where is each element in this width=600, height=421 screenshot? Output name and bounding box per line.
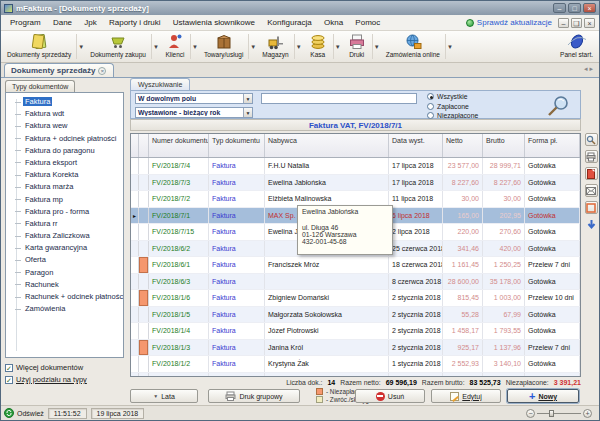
menu-item[interactable]: Dane: [48, 16, 77, 29]
child-restore-button[interactable]: ❏: [571, 18, 582, 28]
tab-close-icon[interactable]: ×: [98, 67, 106, 75]
child-minimize-button[interactable]: –: [558, 18, 569, 28]
tree-item[interactable]: Faktura rr: [23, 219, 60, 228]
toolbar-prints[interactable]: Druki: [343, 31, 371, 62]
col-typ[interactable]: Typ dokumentu: [209, 134, 265, 157]
col-data[interactable]: Data wyst.: [389, 134, 443, 157]
close-button[interactable]: ×: [583, 3, 596, 13]
new-button[interactable]: + Nowy: [507, 389, 579, 403]
toolbar-cash[interactable]: Kasa: [304, 31, 332, 62]
documents-table: Numer dokumentu Typ dokumentu Nabywca Da…: [130, 133, 581, 377]
menu-item[interactable]: Konfiguracja: [262, 16, 316, 29]
tab-nav-arrows[interactable]: ◂▸: [584, 65, 595, 73]
search-period-select[interactable]: Wystawione - bieżący rok ▼: [135, 107, 253, 118]
col-brutto[interactable]: Brutto: [483, 134, 525, 157]
toolbar-panel-start[interactable]: Panel start.: [556, 31, 597, 62]
menu-item[interactable]: Raporty i druki: [104, 16, 166, 29]
pdf-export-icon[interactable]: [585, 167, 598, 180]
tree-item[interactable]: Faktura + odcinek płatności: [23, 134, 119, 143]
table-row[interactable]: FV/2018/1/2 Faktura Krystyna Żak 1 stycz…: [131, 356, 580, 373]
tree-item[interactable]: Faktura: [23, 97, 52, 106]
menu-item[interactable]: Pomoc: [350, 16, 385, 29]
menu-item[interactable]: Okna: [319, 16, 348, 29]
download-arrow-icon[interactable]: [585, 218, 598, 231]
tree-item[interactable]: Karta gwarancyjna: [23, 243, 89, 252]
table-row[interactable]: FV/2018/1/6 Faktura Zbigniew Domański 2 …: [131, 290, 580, 307]
group-print-button[interactable]: Druk grupowy: [208, 389, 300, 403]
tree-item[interactable]: Faktura mp: [23, 195, 65, 204]
col-numer[interactable]: Numer dokumentu: [149, 134, 209, 157]
tree-item[interactable]: Rachunek: [23, 280, 61, 289]
zoom-out-icon[interactable]: −: [526, 409, 535, 418]
use-type-split-checkbox[interactable]: ✓ Użyj podziału na typy: [5, 375, 125, 384]
col-nabywca[interactable]: Nabywca: [265, 134, 389, 157]
tree-item[interactable]: Paragon: [23, 268, 55, 277]
search-input[interactable]: [261, 93, 417, 104]
tree-item[interactable]: Faktura do paragonu: [23, 146, 97, 155]
radio-wszystkie[interactable]: Wszystkie: [427, 93, 478, 100]
tree-item[interactable]: Faktura marża: [23, 182, 75, 191]
tree-item[interactable]: Rachunek + odcinek płatności: [23, 292, 124, 301]
table-row[interactable]: FV/2018/1/5 Faktura Małgorzata Sokołowsk…: [131, 307, 580, 324]
tab-wyszukiwanie[interactable]: Wyszukiwanie: [130, 78, 190, 90]
tree-item[interactable]: Oferta: [23, 255, 48, 264]
refresh-button[interactable]: Odśwież: [4, 408, 44, 418]
purchase-documents-dropdown[interactable]: ▼: [151, 34, 160, 59]
toolbar-online-orders[interactable]: Zamówienia online: [382, 31, 444, 62]
sale-documents-dropdown[interactable]: ▼: [76, 34, 85, 59]
row-selector-cell: [131, 158, 139, 174]
cash-dropdown[interactable]: ▼: [333, 34, 342, 59]
edit-button[interactable]: Edytuj: [431, 389, 501, 403]
tree-item[interactable]: Faktura wew: [23, 121, 70, 130]
tree-item[interactable]: Faktura pro - forma: [23, 207, 91, 216]
goods-services-dropdown[interactable]: ▼: [248, 34, 257, 59]
tree-item[interactable]: Faktura Zaliczkowa: [23, 231, 92, 240]
menu-item[interactable]: Jpk: [79, 16, 101, 29]
toolbar-clients[interactable]: Klienci: [161, 31, 189, 62]
toolbar-purchase-documents[interactable]: Dokumenty zakupu: [86, 31, 150, 62]
mark-unpaid-icon[interactable]: [585, 201, 598, 214]
menu-item[interactable]: Program: [5, 16, 46, 29]
warehouse-dropdown[interactable]: ▼: [294, 34, 303, 59]
prints-dropdown[interactable]: ▼: [372, 34, 381, 59]
tree-item[interactable]: Faktura wdt: [23, 109, 66, 118]
tree-item[interactable]: Faktura Korekta: [23, 170, 80, 179]
check-updates-link[interactable]: Sprawdź aktualizacje: [466, 18, 552, 27]
radio-zaplacone[interactable]: Zapłacone: [427, 103, 478, 110]
clients-dropdown[interactable]: ▼: [190, 34, 199, 59]
child-close-button[interactable]: ×: [584, 18, 595, 28]
col-netto[interactable]: Netto: [443, 134, 483, 157]
toolbar-warehouse[interactable]: Magazyn: [258, 31, 292, 62]
delete-button[interactable]: Usuń: [355, 389, 425, 403]
table-row[interactable]: FV/2018/7/3 Faktura Ewelina Jabłońska 17…: [131, 175, 580, 192]
table-row[interactable]: FV/2018/1/3 Faktura Janina Król 2 styczn…: [131, 340, 580, 357]
menu-item[interactable]: Ustawienia słownikowe: [168, 16, 260, 29]
table-row[interactable]: FV/2018/6/3 Faktura 8 czerwca 2018 28 60…: [131, 274, 580, 291]
zoom-in-icon[interactable]: +: [583, 409, 592, 418]
toolbar-sale-documents[interactable]: Dokumenty sprzedaży: [3, 31, 75, 62]
search-field-select[interactable]: W dowolnym polu ▼: [135, 93, 253, 104]
email-icon[interactable]: [585, 184, 598, 197]
tab-dokumenty-sprzedazy[interactable]: Dokumenty sprzedaży ×: [4, 63, 114, 77]
print-icon[interactable]: [585, 150, 598, 163]
table-row[interactable]: FV/2018/1/4 Faktura Józef Piotrowski 2 s…: [131, 323, 580, 340]
minimize-button[interactable]: –: [553, 3, 566, 13]
search-magnifier-icon[interactable]: [546, 94, 572, 118]
preview-search-icon[interactable]: [585, 133, 598, 146]
table-row[interactable]: FV/2018/6/1 Faktura Franciszek Mróz 18 c…: [131, 257, 580, 274]
online-orders-dropdown[interactable]: ▼: [445, 34, 454, 59]
years-button[interactable]: ▼ Lata: [130, 389, 198, 403]
col-forma[interactable]: Forma pł.: [525, 134, 580, 157]
cell-data: 2 stycznia 2018: [389, 307, 443, 323]
maximize-button[interactable]: □: [568, 3, 581, 13]
tree-item[interactable]: Faktura eksport: [23, 158, 79, 167]
tree-item[interactable]: Zamówienia: [23, 304, 67, 313]
tab-typy-dokumentow[interactable]: Typy dokumentów: [5, 80, 75, 92]
more-documents-checkbox[interactable]: ✓ Więcej dokumentów: [5, 363, 125, 372]
zoom-slider[interactable]: − +: [526, 409, 592, 418]
zoom-slider-thumb[interactable]: [549, 410, 554, 417]
table-row[interactable]: FV/2018/7/4 Faktura F.H.U Natalia 17 lip…: [131, 158, 580, 175]
toolbar-goods-services[interactable]: Towary/usługi: [200, 31, 247, 62]
total-unpaid: 3 391,21: [554, 379, 581, 386]
radio-niezaplacone[interactable]: Niezapłacone: [427, 112, 478, 119]
